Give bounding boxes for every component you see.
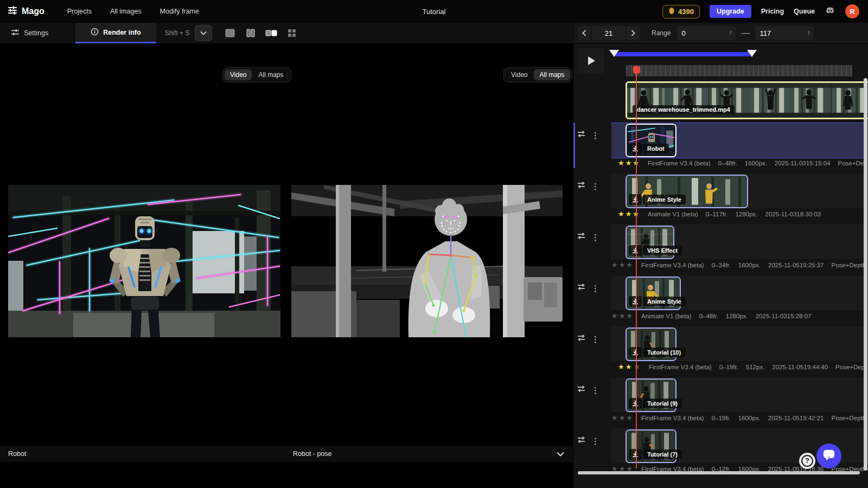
play-button[interactable] — [578, 48, 604, 73]
selected-row-indicator — [573, 123, 575, 168]
frames-label: 0–19fr. — [712, 415, 731, 421]
next-frame-button[interactable] — [627, 26, 640, 40]
date-label: 2025-11-0315:28:07 — [756, 313, 812, 319]
chat-bubble-icon — [822, 449, 835, 463]
range-end-handle[interactable] — [747, 50, 757, 57]
star-rating-off[interactable]: ★★★ — [611, 414, 634, 421]
main-nav: Projects All images Modify frame — [67, 8, 199, 15]
left-toggle-video[interactable]: Video — [225, 69, 252, 80]
maps-label: Pose+Depth — [832, 262, 866, 268]
download-icon[interactable] — [629, 245, 642, 256]
range-slider-bar[interactable] — [614, 52, 752, 56]
tab-render-info[interactable]: Render info — [75, 23, 156, 43]
layout-single-view-icon[interactable] — [223, 26, 237, 40]
right-view-toggle: Video All maps — [503, 67, 572, 82]
logo[interactable]: Mago — [8, 5, 44, 17]
pose-depth-map-preview — [291, 185, 563, 337]
render-clip[interactable]: Anime Style — [626, 175, 748, 208]
kebab-menu-icon[interactable]: ⋮ — [591, 182, 599, 190]
download-icon[interactable] — [629, 296, 642, 307]
timeline-row[interactable]: ⋮ Tutorial (9) ★★★ FirstFrame V3.4 (b — [573, 377, 868, 423]
range-end-input[interactable]: 117 f — [755, 26, 814, 40]
resolution-label: 1600px. — [738, 262, 761, 268]
render-clip[interactable]: VHS Effect — [626, 226, 674, 259]
clip-name: Robot — [643, 144, 669, 153]
current-frame-input[interactable]: 21 — [592, 26, 626, 40]
layout-two-up-view-icon[interactable] — [264, 26, 278, 40]
shortcut-label: Shift + S — [165, 29, 190, 37]
settings-sliders-icon — [11, 28, 20, 38]
filmstrip-frame — [750, 83, 790, 118]
date-label: 2025-11-0519:25:37 — [768, 262, 824, 268]
filmstrip-frame — [832, 83, 868, 118]
playhead-line — [636, 67, 637, 468]
layout-split-view-icon[interactable] — [244, 26, 258, 40]
timeline-row[interactable]: ⋮ Anime Style ★★★ — [573, 174, 868, 219]
kebab-menu-icon[interactable]: ⋮ — [591, 437, 599, 445]
render-dropdown-button[interactable] — [195, 25, 212, 41]
star-rating-off[interactable]: ★★★ — [611, 261, 634, 268]
timeline-row[interactable]: ⋮ Tutorial (10) ★★ ★ FirstFrame V3.4 ( — [573, 326, 868, 372]
model-label: Animate V1 (beta) — [648, 211, 698, 217]
nav-modify-frame[interactable]: Modify frame — [160, 8, 199, 15]
right-toggle-video[interactable]: Video — [506, 69, 533, 80]
kebab-menu-icon[interactable]: ⋮ — [591, 386, 599, 394]
download-icon[interactable] — [629, 347, 642, 358]
pricing-link[interactable]: Pricing — [761, 8, 784, 15]
render-clip[interactable]: Anime Style — [626, 277, 681, 310]
download-icon[interactable] — [629, 398, 642, 409]
avatar[interactable]: R — [845, 4, 859, 18]
nav-projects[interactable]: Projects — [67, 8, 92, 15]
settings-button[interactable]: Settings — [0, 23, 60, 43]
timeline-row[interactable]: ⋮ VHS Effect ★★★ FirstFram — [573, 224, 868, 270]
render-metadata: ★★ ★ FirstFrame V3.4 (beta) 0–19fr. 512p… — [611, 362, 867, 371]
video-track-clip[interactable]: dancer warehouse_trimmed.mp4 — [626, 81, 868, 119]
swap-icon[interactable] — [577, 181, 586, 191]
star-rating-off[interactable]: ★★★ — [611, 312, 634, 319]
date-label: 2025-11-0519:42:21 — [768, 415, 824, 421]
queue-link[interactable]: Queue — [794, 8, 815, 15]
render-clip[interactable]: Tutorial (10) — [626, 328, 676, 361]
timeline-row[interactable]: ⋮ Anime Style ★★★ Animate V1 (beta) — [573, 275, 868, 321]
download-icon[interactable] — [629, 449, 642, 460]
collapse-chevron-down-icon[interactable] — [557, 452, 564, 457]
range-start-input[interactable]: 0 f — [677, 26, 736, 40]
credits-badge[interactable]: 4390 — [662, 5, 700, 18]
kebab-menu-icon[interactable]: ⋮ — [591, 284, 599, 292]
left-toggle-all-maps[interactable]: All maps — [253, 69, 289, 80]
top-navigation-bar: Mago Projects All images Modify frame Tu… — [0, 0, 868, 23]
star-rating-on[interactable]: ★★ — [618, 363, 633, 370]
right-toggle-all-maps[interactable]: All maps — [534, 69, 570, 80]
layout-grid-view-icon[interactable] — [285, 26, 299, 40]
horizontal-scrollbar[interactable] — [578, 471, 860, 474]
model-label: FirstFrame V3.4 (beta) — [649, 364, 712, 370]
chat-button[interactable] — [816, 444, 841, 468]
download-icon[interactable] — [629, 194, 642, 205]
logo-sliders-icon — [8, 5, 17, 17]
swap-icon[interactable] — [577, 232, 586, 242]
swap-icon[interactable] — [577, 283, 586, 293]
swap-icon[interactable] — [577, 130, 586, 140]
nav-all-images[interactable]: All images — [110, 8, 142, 15]
star-rating-off[interactable]: ★ — [634, 363, 641, 370]
kebab-menu-icon[interactable]: ⋮ — [591, 233, 599, 241]
clip-name: Anime Style — [643, 195, 686, 204]
swap-icon[interactable] — [577, 334, 586, 344]
swap-icon[interactable] — [577, 385, 586, 395]
kebab-menu-icon[interactable]: ⋮ — [591, 131, 599, 139]
upgrade-button[interactable]: Upgrade — [710, 5, 751, 18]
render-clip[interactable]: Tutorial (7) — [626, 429, 676, 463]
swap-icon[interactable] — [577, 436, 586, 446]
discord-icon[interactable] — [825, 5, 835, 17]
prev-frame-button[interactable] — [578, 26, 591, 40]
maps-label: Pose+Depth — [835, 364, 867, 370]
timeline-row[interactable]: ⋮ Robot ★★★ FirstFrame V3. — [573, 123, 868, 168]
kebab-menu-icon[interactable]: ⋮ — [591, 335, 599, 343]
download-icon[interactable] — [629, 143, 642, 154]
vertical-scrollbar[interactable] — [864, 78, 867, 471]
range-start-handle[interactable] — [609, 50, 619, 57]
frame-ruler[interactable] — [626, 65, 852, 76]
render-clip[interactable]: Robot — [626, 124, 676, 157]
render-clip[interactable]: Tutorial (9) — [626, 378, 676, 412]
help-button[interactable]: ? — [799, 453, 815, 469]
